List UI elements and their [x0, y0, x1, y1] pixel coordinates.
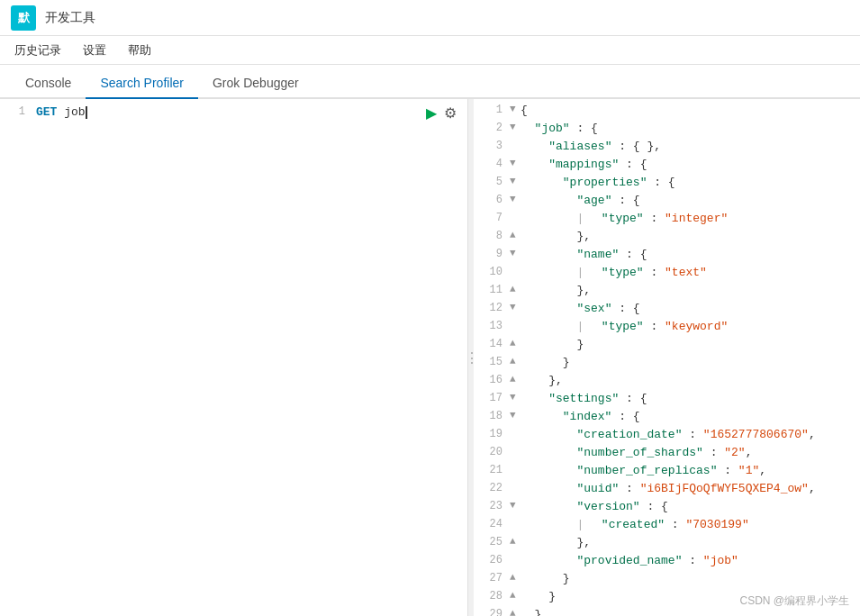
editor-line-1: 1 GET job [0, 103, 467, 121]
out-line-26: 26 "provided_name" : "job" [474, 553, 860, 571]
editor-panel: 1 GET job ▶ ⚙ [0, 99, 468, 616]
out-line-12: 12 ▼ "sex" : { [474, 301, 860, 319]
line-content-1[interactable]: GET job [36, 105, 460, 119]
out-line-10: 10 | "type" : "text" [474, 265, 860, 283]
run-button[interactable]: ▶ [426, 104, 437, 122]
keyword-get: GET [36, 105, 57, 119]
tab-bar: Console Search Profiler Grok Debugger [0, 65, 860, 99]
out-line-8: 8 ▲ }, [474, 229, 860, 247]
out-line-11: 11 ▲ }, [474, 283, 860, 301]
settings-button[interactable]: ⚙ [444, 104, 457, 122]
cursor [86, 106, 87, 119]
watermark: CSDN @编程界小学生 [739, 593, 849, 609]
tab-grok-debugger[interactable]: Grok Debugger [198, 68, 313, 99]
out-line-2: 2 ▼ "job" : { [474, 121, 860, 139]
out-line-22: 22 "uuid" : "i6BIjFQoQfWYF5QXEP4_ow", [474, 481, 860, 499]
logo-text: 默 [18, 10, 30, 26]
out-line-20: 20 "number_of_shards" : "2", [474, 445, 860, 463]
menu-bar: 历史记录 设置 帮助 [0, 36, 860, 65]
path-text: job [64, 105, 85, 119]
out-line-18: 18 ▼ "index" : { [474, 409, 860, 427]
menu-settings[interactable]: 设置 [79, 41, 110, 60]
editor-toolbar: ▶ ⚙ [426, 104, 457, 122]
out-line-4: 4 ▼ "mappings" : { [474, 157, 860, 175]
out-line-17: 17 ▼ "settings" : { [474, 391, 860, 409]
menu-history[interactable]: 历史记录 [11, 41, 65, 60]
menu-help[interactable]: 帮助 [124, 41, 155, 60]
out-line-15: 15 ▲ } [474, 355, 860, 373]
out-line-19: 19 "creation_date" : "1652777806670", [474, 427, 860, 445]
main-content: 1 GET job ▶ ⚙ ⋮ 1 ▼ { 2 ▼ "job" : { [0, 99, 860, 616]
output-panel: 1 ▼ { 2 ▼ "job" : { 3 "aliases" : { }, 4… [474, 99, 860, 616]
app-title: 开发工具 [45, 10, 95, 26]
out-line-27: 27 ▲ } [474, 571, 860, 589]
out-line-1: 1 ▼ { [474, 103, 860, 121]
out-line-23: 23 ▼ "version" : { [474, 499, 860, 517]
editor-area[interactable]: 1 GET job [0, 99, 467, 616]
out-line-5: 5 ▼ "properties" : { [474, 175, 860, 193]
out-line-21: 21 "number_of_replicas" : "1", [474, 463, 860, 481]
top-bar: 默 开发工具 [0, 0, 860, 36]
out-line-24: 24 | "created" : "7030199" [474, 517, 860, 535]
out-line-16: 16 ▲ }, [474, 373, 860, 391]
out-line-13: 13 | "type" : "keyword" [474, 319, 860, 337]
out-line-3: 3 "aliases" : { }, [474, 139, 860, 157]
out-line-14: 14 ▲ } [474, 337, 860, 355]
app-logo: 默 [11, 5, 36, 31]
tab-console[interactable]: Console [11, 68, 86, 99]
line-number-1: 1 [7, 105, 25, 118]
out-line-6: 6 ▼ "age" : { [474, 193, 860, 211]
out-line-25: 25 ▲ }, [474, 535, 860, 553]
out-line-7: 7 | "type" : "integer" [474, 211, 860, 229]
out-line-9: 9 ▼ "name" : { [474, 247, 860, 265]
tab-search-profiler[interactable]: Search Profiler [86, 68, 198, 99]
